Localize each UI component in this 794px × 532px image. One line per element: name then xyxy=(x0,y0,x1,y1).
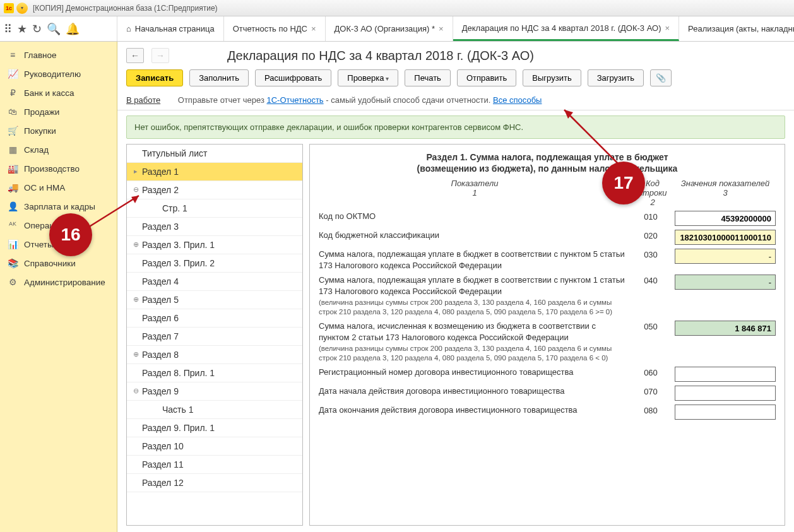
sidebar-item-2[interactable]: ₽Банк и касса xyxy=(0,83,117,102)
field-code: 020 xyxy=(632,230,670,240)
field-label: Дата окончания действия договора инвести… xyxy=(319,405,627,416)
field-input-010[interactable] xyxy=(675,211,776,226)
field-input-060[interactable] xyxy=(675,367,776,382)
tree-item-13[interactable]: ⊖Раздел 9 xyxy=(127,382,302,401)
sidebar-label: Главное xyxy=(24,50,57,60)
tree-item-7[interactable]: Раздел 4 xyxy=(127,273,302,291)
tree-item-3[interactable]: Стр. 1 xyxy=(127,199,302,218)
tree-expander-icon[interactable]: ▸ xyxy=(132,167,139,175)
print-button[interactable]: Печать xyxy=(405,69,451,86)
app-menu-dropdown[interactable]: ▾ xyxy=(16,3,28,14)
status-link-2[interactable]: Все способы xyxy=(493,95,542,105)
search-icon[interactable]: 🔍 xyxy=(47,22,61,36)
tree-label: Раздел 9 xyxy=(142,386,179,396)
status-link-1[interactable]: 1С-Отчетность xyxy=(266,95,323,105)
tab-close-icon[interactable]: × xyxy=(439,24,444,33)
tree-item-9[interactable]: Раздел 6 xyxy=(127,309,302,328)
tab-close-icon[interactable]: × xyxy=(311,24,316,33)
field-input-050[interactable] xyxy=(675,321,776,336)
tree-item-10[interactable]: Раздел 7 xyxy=(127,328,302,346)
sidebar-icon: 🛍 xyxy=(8,107,18,117)
bell-icon[interactable]: 🔔 xyxy=(66,22,80,36)
write-button[interactable]: Записать xyxy=(126,69,183,86)
field-code: 080 xyxy=(632,405,670,415)
tab-3[interactable]: Декларация по НДС за 4 квартал 2018 г. (… xyxy=(453,16,679,41)
section-tree[interactable]: Титульный лист▸Раздел 1⊖Раздел 2Стр. 1Ра… xyxy=(126,144,303,526)
sidebar-item-5[interactable]: ▦Склад xyxy=(0,140,117,159)
field-label: Код по ОКТМО xyxy=(319,211,627,222)
form-title: Раздел 1. Сумма налога, подлежащая уплат… xyxy=(319,152,776,162)
tree-expander-icon[interactable]: ⊕ xyxy=(132,240,139,249)
tree-expander-icon[interactable]: ⊕ xyxy=(132,295,139,304)
field-input-080[interactable] xyxy=(675,405,776,420)
sidebar-item-12[interactable]: ⚙Администрирование xyxy=(0,273,117,292)
tree-item-16[interactable]: Раздел 10 xyxy=(127,437,302,456)
sidebar-icon: 🛒 xyxy=(8,126,18,136)
tab-close-icon[interactable]: × xyxy=(665,23,670,33)
tree-label: Раздел 7 xyxy=(142,331,179,341)
sidebar-label: Банк и касса xyxy=(24,88,74,98)
tab-2[interactable]: ДОК-3 АО (Организация) *× xyxy=(326,16,453,41)
field-code: 060 xyxy=(632,367,670,377)
field-input-020[interactable] xyxy=(675,230,776,245)
sidebar-item-4[interactable]: 🛒Покупки xyxy=(0,121,117,140)
tab-0[interactable]: ⌂Начальная страница xyxy=(117,16,224,41)
sidebar-label: Покупки xyxy=(24,126,56,136)
tab-4[interactable]: Реализация (акты, накладные)× xyxy=(679,16,794,41)
tree-item-12[interactable]: Раздел 8. Прил. 1 xyxy=(127,364,302,382)
field-input-040[interactable] xyxy=(675,275,776,290)
sidebar-item-3[interactable]: 🛍Продажи xyxy=(0,102,117,121)
callout-16-arrow xyxy=(82,189,151,233)
send-button[interactable]: Отправить xyxy=(457,69,516,86)
tree-label: Раздел 12 xyxy=(142,478,184,488)
field-input-030[interactable] xyxy=(675,249,776,264)
sidebar-item-6[interactable]: 🏭Производство xyxy=(0,159,117,178)
check-button[interactable]: Проверка xyxy=(338,69,398,86)
fill-button[interactable]: Заполнить xyxy=(189,69,249,86)
form-subtitle: (возмещению из бюджета), по данным налог… xyxy=(319,163,776,174)
tree-item-11[interactable]: ⊕Раздел 8 xyxy=(127,346,302,364)
apps-icon[interactable]: ⠿ xyxy=(4,22,12,36)
tree-item-6[interactable]: Раздел 3. Прил. 2 xyxy=(127,254,302,273)
status-work-link[interactable]: В работе xyxy=(126,95,160,105)
sidebar-item-1[interactable]: 📈Руководителю xyxy=(0,64,117,83)
tab-label: Реализация (акты, накладные) xyxy=(688,24,794,33)
sidebar-icon: 🏭 xyxy=(8,163,18,174)
star-icon[interactable]: ★ xyxy=(17,22,27,36)
sidebar-item-11[interactable]: 📚Справочники xyxy=(0,254,117,273)
tree-item-2[interactable]: ⊖Раздел 2 xyxy=(127,181,302,199)
decode-button[interactable]: Расшифровать xyxy=(255,69,331,86)
tree-item-14[interactable]: Часть 1 xyxy=(127,401,302,419)
tree-item-1[interactable]: ▸Раздел 1 xyxy=(127,163,302,181)
export-button[interactable]: Выгрузить xyxy=(523,69,581,86)
tree-item-4[interactable]: Раздел 3 xyxy=(127,218,302,236)
sidebar-icon: 📈 xyxy=(8,69,18,79)
sidebar-icon: ₽ xyxy=(8,88,18,98)
tree-item-15[interactable]: Раздел 9. Прил. 1 xyxy=(127,419,302,437)
field-input-070[interactable] xyxy=(675,386,776,401)
sidebar-icon: ᴬᴷ xyxy=(8,220,18,230)
tree-item-8[interactable]: ⊕Раздел 5 xyxy=(127,291,302,309)
attach-button[interactable]: 📎 xyxy=(650,69,672,86)
tab-label: Декларация по НДС за 4 квартал 2018 г. (… xyxy=(462,23,661,33)
sidebar-icon: 👤 xyxy=(8,201,18,211)
field-row-080: Дата окончания действия договора инвести… xyxy=(319,405,776,420)
tab-1[interactable]: Отчетность по НДС× xyxy=(224,16,326,41)
nav-back-button[interactable]: ← xyxy=(126,48,144,63)
history-icon[interactable]: ↻ xyxy=(32,22,42,36)
tree-expander-icon[interactable]: ⊖ xyxy=(132,387,139,395)
top-menu-bar: ⠿ ★ ↻ 🔍 🔔 ⌂Начальная страницаОтчетность … xyxy=(0,16,794,42)
tree-label: Раздел 3. Прил. 2 xyxy=(142,258,215,268)
import-button[interactable]: Загрузить xyxy=(588,69,644,86)
tree-label: Раздел 8. Прил. 1 xyxy=(142,368,215,378)
tree-item-18[interactable]: Раздел 12 xyxy=(127,474,302,492)
sidebar-item-0[interactable]: ≡Главное xyxy=(0,45,117,64)
tree-item-5[interactable]: ⊕Раздел 3. Прил. 1 xyxy=(127,236,302,254)
tab-label: Начальная страница xyxy=(135,24,215,33)
field-row-010: Код по ОКТМО010 xyxy=(319,211,776,226)
field-row-030: Сумма налога, подлежащая уплате в бюджет… xyxy=(319,249,776,271)
tree-item-17[interactable]: Раздел 11 xyxy=(127,456,302,474)
tree-item-0[interactable]: Титульный лист xyxy=(127,145,302,163)
nav-forward-button[interactable]: → xyxy=(151,48,169,63)
tree-expander-icon[interactable]: ⊕ xyxy=(132,350,139,358)
